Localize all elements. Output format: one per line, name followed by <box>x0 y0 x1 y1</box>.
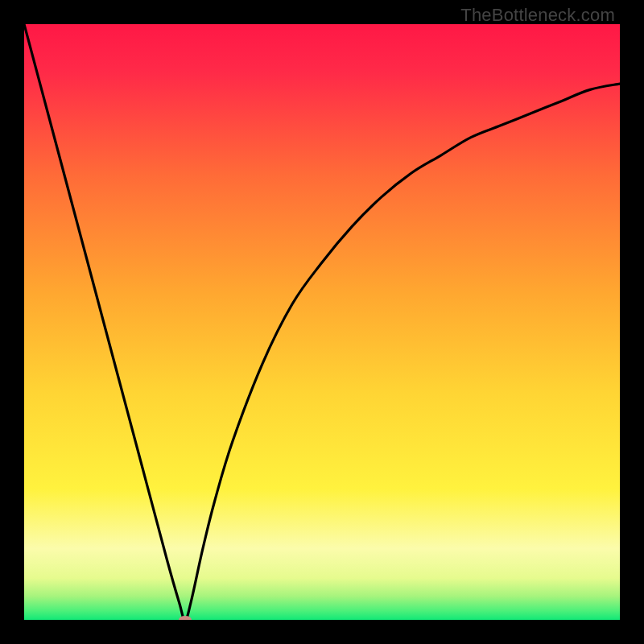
watermark-text: TheBottleneck.com <box>460 5 615 26</box>
bottleneck-curve <box>24 24 620 620</box>
optimal-point-marker <box>179 616 192 620</box>
chart-area <box>24 24 620 620</box>
